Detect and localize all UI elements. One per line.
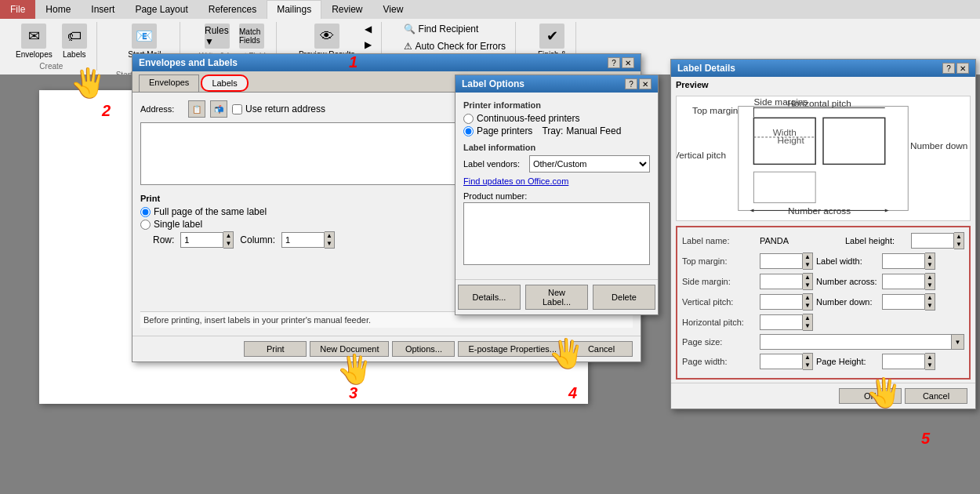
tab-home[interactable]: Home <box>35 0 81 19</box>
rules-button[interactable]: Rules ▼ <box>201 22 233 50</box>
top-margin-spinner[interactable]: 0,2 cm ▲ ▼ <box>760 252 813 270</box>
row-down[interactable]: ▼ <box>223 240 233 248</box>
page-size-input[interactable]: Custom <box>760 334 952 350</box>
nav-prev-button[interactable]: ◀ <box>361 22 375 36</box>
nd-down[interactable]: ▼ <box>925 302 935 310</box>
ph-down[interactable]: ▼ <box>925 361 935 369</box>
address-icon-button[interactable]: 📬 <box>210 100 227 118</box>
tm-up[interactable]: ▲ <box>803 253 812 261</box>
side-margin-input[interactable]: 0,1 cm <box>760 274 803 289</box>
page-size-dropdown-arrow[interactable]: ▼ <box>952 334 964 350</box>
na-down[interactable]: ▼ <box>925 282 935 289</box>
number-across-input[interactable]: 3 <box>882 274 925 289</box>
tab-references[interactable]: References <box>198 0 267 19</box>
full-page-radio[interactable] <box>140 207 151 217</box>
tab-mailings[interactable]: Mailings <box>267 0 321 19</box>
col-up[interactable]: ▲ <box>325 232 334 240</box>
envelopes-button[interactable]: ✉ Envelopes <box>13 22 56 60</box>
find-updates-link[interactable]: Find updates on Office.com <box>463 176 568 186</box>
single-label-radio[interactable] <box>140 220 151 230</box>
sm-up[interactable]: ▲ <box>803 274 812 282</box>
row-input[interactable] <box>180 232 223 248</box>
top-margin-input[interactable]: 0,2 cm <box>760 253 803 269</box>
pw-up[interactable]: ▲ <box>803 354 812 361</box>
horizontal-pitch-input[interactable]: 6,4 cm <box>760 314 803 330</box>
print-button[interactable]: Print <box>244 341 307 357</box>
tab-envelopes[interactable]: Envelopes <box>139 74 199 92</box>
hp-down[interactable]: ▼ <box>803 322 812 330</box>
label-name-row: Label name: PANDA Label height: 3,2 cm ▲… <box>682 232 964 249</box>
vendor-row: Label vendors: Other/Custom <box>463 155 650 173</box>
label-width-spinner[interactable]: 6,3 cm ▲ ▼ <box>882 252 935 270</box>
page-width-spinner[interactable]: 19,4 cm ▲ ▼ <box>760 353 813 370</box>
tab-review[interactable]: Review <box>321 0 372 19</box>
find-recipient-button[interactable]: 🔍 Find Recipient <box>401 22 482 36</box>
ph-up[interactable]: ▲ <box>925 354 935 361</box>
options-button[interactable]: Options... <box>392 341 455 357</box>
number-down-input[interactable]: 4 <box>882 294 925 310</box>
tab-labels[interactable]: Labels <box>201 74 248 92</box>
vertical-pitch-spinner[interactable]: 3,3 cm ▲ ▼ <box>760 293 813 311</box>
label-height-input[interactable]: 3,2 cm <box>911 233 954 249</box>
use-return-checkbox-label[interactable]: Use return address <box>232 104 325 114</box>
match-fields-button[interactable]: Match Fields <box>236 22 267 50</box>
new-label-button[interactable]: New Label... <box>525 285 588 310</box>
nav-next-button[interactable]: ▶ <box>361 38 375 52</box>
auto-check-button[interactable]: ⚠ Auto Check for Errors <box>401 39 509 53</box>
col-input[interactable] <box>281 232 325 248</box>
use-return-checkbox[interactable] <box>232 104 242 114</box>
vp-up[interactable]: ▲ <box>803 294 812 302</box>
page-height-spinner[interactable]: 13,6 cm ▲ ▼ <box>882 353 935 370</box>
na-up[interactable]: ▲ <box>925 274 935 282</box>
lw-up[interactable]: ▲ <box>925 253 935 261</box>
details-button[interactable]: Details... <box>458 285 521 310</box>
vertical-pitch-input[interactable]: 3,3 cm <box>760 294 803 310</box>
col-down[interactable]: ▼ <box>325 240 334 248</box>
page-dimensions-row: Page width: 19,4 cm ▲ ▼ Page Height: 13,… <box>682 353 964 370</box>
label-width-input[interactable]: 6,3 cm <box>882 253 925 269</box>
side-margin-spinner[interactable]: 0,1 cm ▲ ▼ <box>760 273 813 290</box>
close-button[interactable]: ✕ <box>622 57 634 68</box>
lh-up[interactable]: ▲ <box>954 233 964 241</box>
page-width-label: Page width: <box>682 357 757 366</box>
sm-down[interactable]: ▼ <box>803 282 812 289</box>
lh-down[interactable]: ▼ <box>954 241 964 249</box>
label-details-help[interactable]: ? <box>942 63 955 74</box>
nd-up[interactable]: ▲ <box>925 294 935 302</box>
page-height-input[interactable]: 13,6 cm <box>882 354 925 369</box>
pw-down[interactable]: ▼ <box>803 361 812 369</box>
annotation-3: 3 <box>349 384 358 402</box>
help-button[interactable]: ? <box>608 57 620 68</box>
page-width-input[interactable]: 19,4 cm <box>760 354 803 369</box>
cancel-button-details[interactable]: Cancel <box>905 388 967 404</box>
envelope-icon: ✉ <box>21 24 46 49</box>
number-down-spinner[interactable]: 4 ▲ ▼ <box>882 293 935 311</box>
row-up[interactable]: ▲ <box>223 232 233 240</box>
horizontal-pitch-spinner[interactable]: 6,4 cm ▲ ▼ <box>760 314 813 331</box>
lw-down[interactable]: ▼ <box>925 261 935 269</box>
label-opts-close[interactable]: ✕ <box>639 78 652 89</box>
product-list[interactable] <box>463 202 650 265</box>
tab-page-layout[interactable]: Page Layout <box>125 0 198 19</box>
continuous-feed-radio[interactable] <box>463 114 474 124</box>
number-across-spinner[interactable]: 3 ▲ ▼ <box>882 273 935 290</box>
delete-button[interactable]: Delete <box>593 285 655 310</box>
page-printers-radio[interactable] <box>463 126 474 136</box>
address-book-button[interactable]: 📋 <box>188 100 205 118</box>
label-opts-help[interactable]: ? <box>625 78 637 89</box>
tm-down[interactable]: ▼ <box>803 261 812 269</box>
col-spinner[interactable]: ▲ ▼ <box>281 231 335 249</box>
vp-down[interactable]: ▼ <box>803 302 812 310</box>
tray-value: Manual Feed <box>566 125 621 136</box>
page-size-select-container[interactable]: Custom ▼ <box>760 334 964 350</box>
hp-up[interactable]: ▲ <box>803 314 812 322</box>
preview-icon: 👁 <box>314 24 339 49</box>
vendor-select[interactable]: Other/Custom <box>529 155 650 173</box>
labels-button[interactable]: 🏷 Labels <box>59 22 90 60</box>
tab-file[interactable]: File <box>0 0 35 19</box>
row-spinner[interactable]: ▲ ▼ <box>180 231 234 249</box>
tab-insert[interactable]: Insert <box>81 0 125 19</box>
label-details-close[interactable]: ✕ <box>956 63 969 74</box>
tab-view[interactable]: View <box>373 0 414 19</box>
label-height-spinner[interactable]: 3,2 cm ▲ ▼ <box>911 232 964 249</box>
